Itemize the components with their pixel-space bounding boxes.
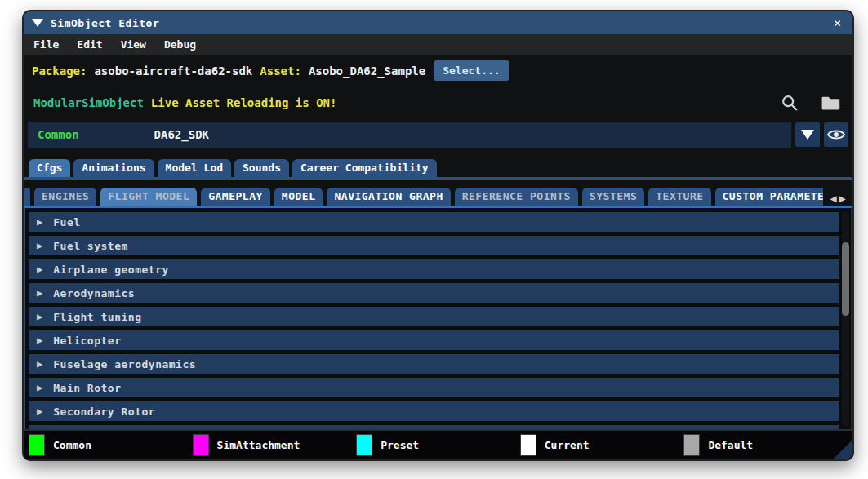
close-icon[interactable]: ✕: [830, 16, 844, 30]
menubar: File Edit View Debug: [24, 34, 852, 55]
section-flight-tuning[interactable]: ▶ Flight tuning: [29, 307, 839, 326]
expand-icon: ▶: [37, 241, 42, 251]
expand-icon: ▶: [37, 406, 42, 416]
legend-current-swatch: [520, 434, 536, 456]
expand-icon: ▶: [37, 288, 42, 298]
section-helicopter[interactable]: ▶ Helicopter: [29, 330, 839, 350]
status-prefix: ModularSimObject: [33, 96, 144, 109]
package-bar: Package: asobo-aircraft-da62-sdk Asset: …: [24, 55, 852, 86]
legend-simattachment: SimAttachment: [193, 434, 357, 456]
menu-edit[interactable]: Edit: [77, 38, 102, 51]
asset-value: Asobo_DA62_Sample: [309, 64, 425, 78]
section-aerodynamics[interactable]: ▶ Aerodynamics: [29, 283, 839, 303]
folder-icon[interactable]: [820, 91, 843, 114]
expand-icon: ▶: [37, 264, 42, 274]
tab-flight-model[interactable]: FLIGHT MODEL: [100, 188, 197, 206]
section-secondary-rotor[interactable]: ▶ Secondary Rotor: [29, 401, 839, 421]
simobject-selector-area: Common DA62_SDK: [24, 120, 852, 153]
titlebar[interactable]: SimObject Editor ✕: [24, 11, 852, 34]
expand-icon: ▶: [37, 335, 42, 345]
tab-navigation-graph[interactable]: NAVIGATION GRAPH: [327, 188, 450, 206]
tab-systems[interactable]: SYSTEMS: [582, 188, 644, 206]
tab-model[interactable]: MODEL: [274, 188, 323, 206]
legend-default: Default: [683, 434, 848, 456]
simobject-selector[interactable]: Common DA62_SDK: [28, 122, 791, 148]
asset-label: Asset:: [260, 64, 301, 78]
tab-model-lod[interactable]: Model Lod: [158, 159, 231, 177]
flight-model-section-list: ▶ Fuel ▶ Fuel system ▶ Airplane geometry…: [24, 208, 852, 429]
status-bar: ModularSimObject Live Asset Reloading is…: [24, 86, 852, 120]
tab-scroll-left-icon[interactable]: ◀: [830, 193, 836, 204]
selector-value: DA62_SDK: [154, 128, 209, 141]
selector-scope-label: Common: [38, 128, 79, 141]
tab-animations[interactable]: Animations: [73, 159, 154, 177]
tab-cfgs[interactable]: Cfgs: [29, 159, 70, 177]
legend-current: Current: [520, 434, 684, 456]
section-main-rotor[interactable]: ▶ Main Rotor: [29, 378, 839, 397]
menu-view[interactable]: View: [121, 38, 146, 51]
legend-preset-swatch: [356, 434, 372, 456]
status-message: Live Asset Reloading is ON!: [151, 96, 337, 109]
tab-texture[interactable]: TEXTURE: [648, 188, 710, 206]
tab-reference-points[interactable]: REFERENCE POINTS: [455, 188, 578, 206]
package-label: Package:: [32, 64, 87, 78]
resize-grip[interactable]: [833, 440, 852, 459]
chevron-down-icon: [801, 130, 814, 140]
expand-icon: ▶: [37, 217, 42, 227]
legend-simattachment-swatch: [193, 434, 209, 456]
legend-common-swatch: [29, 434, 45, 456]
collapse-window-icon[interactable]: [32, 19, 43, 27]
legend-preset: Preset: [356, 434, 520, 456]
expand-icon: ▶: [37, 312, 42, 322]
menu-file[interactable]: File: [33, 38, 59, 51]
simobject-editor-window: SimObject Editor ✕ File Edit View Debug …: [22, 10, 854, 461]
search-icon[interactable]: [778, 91, 801, 114]
primary-tab-bar: Cfgs Animations Model Lod Sounds Career …: [24, 153, 852, 177]
selector-dropdown-button[interactable]: [795, 122, 820, 147]
menu-debug[interactable]: Debug: [164, 38, 196, 51]
expand-icon: ▶: [37, 359, 42, 369]
expand-icon: ▶: [37, 383, 42, 393]
visibility-toggle-button[interactable]: [824, 122, 848, 147]
section-fuel-system[interactable]: ▶ Fuel system: [29, 236, 839, 255]
tab-clipped[interactable]: S: [24, 188, 30, 206]
tab-sounds[interactable]: Sounds: [234, 159, 289, 177]
color-legend: Common SimAttachment Preset Current Defa…: [24, 429, 852, 459]
cfg-tab-bar: S ENGINES FLIGHT MODEL GAMEPLAY MODEL NA…: [24, 180, 852, 206]
package-value: asobo-aircraft-da62-sdk: [94, 64, 252, 78]
tab-career-compatibility[interactable]: Career Compatibility: [292, 159, 437, 177]
tab-gameplay[interactable]: GAMEPLAY: [201, 188, 270, 206]
select-asset-button[interactable]: Select...: [434, 60, 508, 81]
section-fuel[interactable]: ▶ Fuel: [29, 212, 839, 232]
scrollbar-thumb[interactable]: [842, 242, 849, 316]
section-airplane-geometry[interactable]: ▶ Airplane geometry: [29, 259, 839, 279]
tab-custom-parameters[interactable]: CUSTOM PARAMETERS: [715, 188, 824, 206]
legend-common: Common: [29, 434, 193, 456]
eye-icon: [827, 128, 845, 141]
tab-engines[interactable]: ENGINES: [34, 188, 96, 206]
window-title: SimObject Editor: [51, 17, 159, 29]
scrollbar-track[interactable]: [842, 211, 849, 426]
section-fuselage-aerodynamics[interactable]: ▶ Fuselage aerodynamics: [29, 354, 839, 374]
legend-default-swatch: [683, 434, 700, 456]
tab-scroll-right-icon[interactable]: ▶: [839, 193, 846, 204]
page-background: SimObject Editor ✕ File Edit View Debug …: [0, 0, 868, 479]
